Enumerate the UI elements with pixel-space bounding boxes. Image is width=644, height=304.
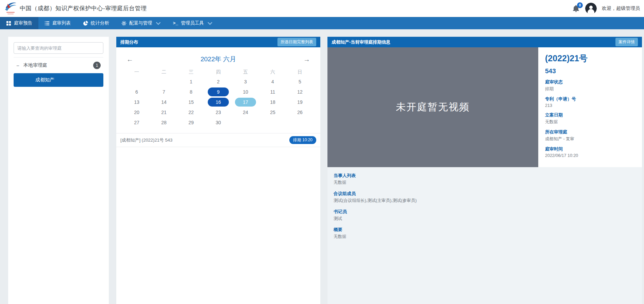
calendar-weekday-row: 一二三四五六日: [116, 67, 320, 77]
detail-section: 概要无数据: [334, 227, 636, 240]
collapse-icon[interactable]: −: [16, 63, 19, 68]
chevron-down-icon: [207, 21, 213, 26]
notification-bell-icon[interactable]: 0: [572, 4, 580, 13]
calendar-day[interactable]: 19: [286, 97, 313, 107]
field-label: 所在审理庭: [545, 129, 635, 135]
nav-tab-config-manage[interactable]: 配置与管理: [115, 17, 167, 29]
field-label: 庭审状态: [545, 79, 635, 85]
full-date-list-button[interactable]: 所选日期完整列表: [277, 38, 316, 46]
calendar-day[interactable]: 5: [286, 77, 313, 87]
case-item-text: [成都知产] (2022)21号 543: [120, 137, 172, 143]
calendar-day[interactable]: 16: [205, 97, 232, 107]
detail-section: 当事人列表无数据: [334, 173, 636, 186]
calendar-grid: 1234567891011121314151617181920212223242…: [116, 77, 320, 128]
detail-sections: 当事人列表无数据合议组成员测试(合议组组长),测试(主审员),测试(参审员)书记…: [327, 167, 642, 250]
case-field: 庭审时间2022/06/17 10:20: [545, 146, 635, 158]
topbar: 中国（成都）知识产权保护中心-审理庭后台管理 0 欢迎，超级管理员: [0, 0, 644, 17]
field-value: 成都知产 - 复审: [545, 136, 635, 142]
tree-node-label: 本地审理庭: [23, 62, 47, 68]
calendar-day[interactable]: 4: [259, 77, 286, 87]
weekday-label: 六: [259, 67, 286, 77]
detail-panel-header: 成都知产-当前审理庭排期信息 案件详情: [327, 37, 642, 47]
calendar-day[interactable]: 24: [232, 107, 259, 117]
topbar-right: 0 欢迎，超级管理员: [572, 3, 641, 14]
court-search-input[interactable]: [14, 42, 103, 54]
calendar-day[interactable]: 2: [205, 77, 232, 87]
case-code: 543: [545, 67, 635, 75]
section-label: 书记员: [334, 209, 636, 215]
calendar-day[interactable]: 8: [177, 87, 205, 97]
weekday-label: 日: [286, 67, 313, 77]
section-label: 合议组成员: [334, 191, 636, 197]
calendar-day[interactable]: 6: [123, 87, 150, 97]
detail-section: 合议组成员测试(合议组组长),测试(主审员),测试(参审员): [334, 191, 636, 204]
calendar-day[interactable]: 11: [259, 87, 286, 97]
weekday-label: 二: [150, 67, 177, 77]
field-value: 排期: [545, 86, 635, 92]
tree-node-court-chengdu[interactable]: 成都知产: [14, 73, 103, 87]
calendar-day[interactable]: 15: [177, 97, 205, 107]
calendar-day[interactable]: 28: [150, 117, 177, 128]
calendar-day[interactable]: 7: [150, 87, 177, 97]
nav-tab-admin-tools[interactable]: >_管理员工具: [167, 17, 219, 29]
calendar-day[interactable]: 26: [286, 107, 313, 117]
calendar-day[interactable]: 9: [205, 87, 232, 97]
calendar-day[interactable]: 13: [123, 97, 150, 107]
calendar-day[interactable]: 14: [150, 97, 177, 107]
field-label: 立案日期: [545, 112, 635, 118]
schedule-time-badge: 排期 10:20: [289, 136, 316, 144]
list-icon: [45, 21, 50, 26]
page-title: 中国（成都）知识产权保护中心-审理庭后台管理: [20, 4, 147, 12]
welcome-text: 欢迎，超级管理员: [602, 5, 640, 12]
court-sidebar-panel: − 本地审理庭 1 成都知产: [8, 37, 109, 304]
nav-tab-hearing-preview[interactable]: 庭审预告: [0, 17, 38, 29]
case-field: 所在审理庭成都知产 - 复审: [545, 129, 635, 142]
detail-panel-title: 成都知产-当前审理庭排期信息: [332, 39, 390, 45]
calendar-day[interactable]: 29: [177, 117, 205, 128]
nav-tabs: 庭审预告庭审列表统计分析配置与管理>_管理员工具: [0, 17, 219, 29]
tree-node-local-courts[interactable]: − 本地审理庭 1: [14, 59, 103, 72]
court-tree: − 本地审理庭 1 成都知产: [14, 57, 103, 87]
schedule-panel-header: 排期分布 所选日期完整列表: [116, 37, 320, 47]
calendar-day[interactable]: 30: [205, 117, 232, 128]
user-avatar-icon[interactable]: [585, 3, 597, 14]
calendar-day[interactable]: 17: [232, 97, 259, 107]
section-value: 无数据: [334, 234, 636, 240]
calendar-day[interactable]: 21: [150, 107, 177, 117]
section-value: 无数据: [334, 180, 636, 186]
calendar-day[interactable]: 3: [232, 77, 259, 87]
nav-tab-stats-analysis[interactable]: 统计分析: [77, 17, 115, 29]
case-fields: 庭审状态排期专利（申请）号213立案日期无数据所在审理庭成都知产 - 复审庭审时…: [545, 79, 635, 158]
notification-count-badge: 0: [577, 2, 583, 8]
calendar-day[interactable]: 22: [177, 107, 205, 117]
chevron-down-icon: [155, 21, 161, 26]
calendar-day[interactable]: 20: [123, 107, 150, 117]
case-number: (2022)21号: [545, 53, 635, 64]
field-value: 213: [545, 103, 635, 108]
video-placeholder-text: 未开庭暂无视频: [396, 100, 470, 114]
main-nav: 庭审预告庭审列表统计分析配置与管理>_管理员工具: [0, 17, 644, 29]
ippc-logo-icon: [3, 1, 17, 16]
calendar-day[interactable]: 27: [123, 117, 150, 128]
calendar-day[interactable]: 1: [177, 77, 205, 87]
calendar-prev-icon[interactable]: ←: [126, 56, 133, 63]
nav-tab-hearing-list[interactable]: 庭审列表: [38, 17, 77, 29]
scheduled-case-list-item[interactable]: [成都知产] (2022)21号 543 排期 10:20: [116, 133, 320, 147]
calendar-day[interactable]: 23: [205, 107, 232, 117]
case-field: 专利（申请）号213: [545, 96, 635, 108]
calendar-day-empty: [286, 117, 313, 128]
case-info-card: (2022)21号 543 庭审状态排期专利（申请）号213立案日期无数据所在审…: [538, 47, 642, 167]
calendar-day[interactable]: 18: [259, 97, 286, 107]
field-value: 无数据: [545, 119, 635, 125]
weekday-label: 一: [123, 67, 150, 77]
calendar-day[interactable]: 10: [232, 87, 259, 97]
calendar-day[interactable]: 12: [286, 87, 313, 97]
section-label: 概要: [334, 227, 636, 233]
court-count-badge: 1: [93, 62, 101, 69]
case-field: 庭审状态排期: [545, 79, 635, 92]
calendar-day-empty: [259, 117, 286, 128]
case-detail-button[interactable]: 案件详情: [615, 38, 638, 46]
calendar-next-icon[interactable]: →: [303, 56, 310, 63]
schedule-panel-title: 排期分布: [120, 39, 138, 45]
calendar-day[interactable]: 25: [259, 107, 286, 117]
